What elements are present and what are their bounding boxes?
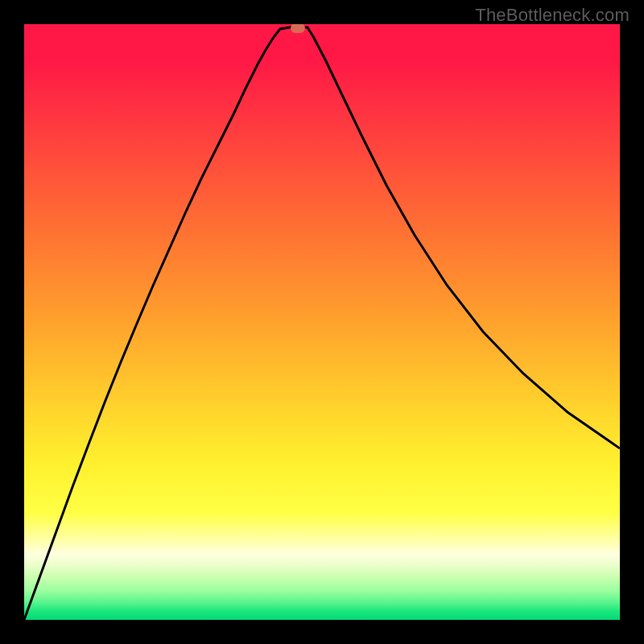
chart-frame: TheBottleneck.com	[0, 0, 644, 644]
minimum-marker	[291, 24, 305, 33]
curve-path	[24, 27, 620, 620]
plot-area	[24, 24, 620, 620]
bottleneck-curve	[24, 24, 620, 620]
watermark-text: TheBottleneck.com	[475, 5, 630, 26]
